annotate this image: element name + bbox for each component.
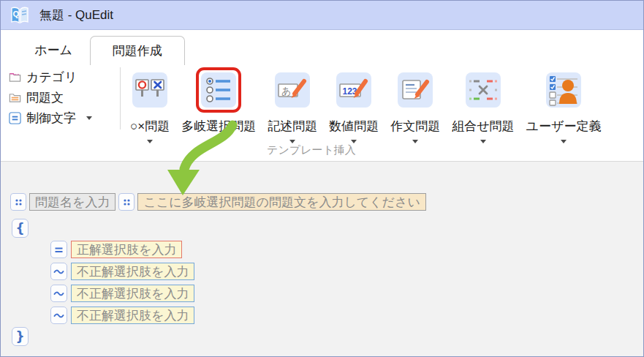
- essay-question-icon: [399, 74, 431, 106]
- correct-choice-row: 正解選択肢を入力: [50, 241, 182, 258]
- incorrect-operator-icon: [50, 285, 67, 302]
- grip-dots-icon: [123, 198, 131, 206]
- control-character-icon: [8, 111, 22, 125]
- open-brace-token: {: [12, 219, 29, 238]
- user-defined-question-icon: [548, 74, 580, 106]
- question-name-field[interactable]: 問題名を入力: [29, 193, 115, 211]
- incorrect-operator-icon: [50, 263, 67, 280]
- ribbon-button-label: 記述問題: [268, 118, 317, 135]
- numeric-question-icon: 123: [338, 74, 370, 106]
- window-title: 無題 - QuEdit: [39, 7, 113, 23]
- sidebar-item-label: カテゴリ: [26, 69, 77, 86]
- titlebar: Q 無題 - QuEdit: [1, 1, 643, 30]
- ribbon-button-label: ユーザー定義: [526, 118, 602, 135]
- incorrect-choice-row: 不正解選択肢を入力: [50, 285, 194, 302]
- drag-handle[interactable]: [118, 193, 135, 211]
- button-essay-question[interactable]: 作文問題: [390, 67, 440, 143]
- sidebar-item-label: 制御文字: [26, 110, 76, 127]
- ribbon-button-label: 数値問題: [329, 118, 379, 135]
- ribbon-button-label: 作文問題: [390, 118, 440, 135]
- button-user-defined-question[interactable]: ユーザー定義: [526, 67, 602, 143]
- matching-question-icon: [467, 74, 499, 106]
- correct-operator-icon: [50, 241, 67, 258]
- incorrect-choice-field[interactable]: 不正解選択肢を入力: [71, 263, 194, 280]
- ribbon-tab-bar: ホーム 問題作成: [1, 30, 643, 64]
- grip-dots-icon: [15, 198, 23, 206]
- button-matching-question[interactable]: 組合せ問題: [452, 67, 514, 143]
- incorrect-choice-field[interactable]: 不正解選択肢を入力: [71, 307, 194, 324]
- true-false-question-icon: [134, 74, 166, 106]
- logo-q-glyph: Q: [13, 10, 20, 18]
- ribbon-button-label: ○×問題: [130, 118, 170, 135]
- question-text-field[interactable]: ここに多岐選択問題の問題文を入力してください: [137, 193, 425, 211]
- ribbon-group-separator: [120, 67, 121, 129]
- tab-home[interactable]: ホーム: [17, 35, 90, 64]
- sidebar-item-control-characters[interactable]: 制御文字: [8, 110, 92, 126]
- chevron-down-icon[interactable]: [561, 140, 567, 143]
- written-question-icon: あ: [276, 74, 308, 106]
- template-insert-group: ○×問題: [130, 67, 601, 143]
- chevron-down-icon[interactable]: [86, 116, 92, 120]
- editor-canvas[interactable]: 問題名を入力 ここに多岐選択問題の問題文を入力してください { 正解選択肢を入力…: [1, 162, 643, 356]
- sidebar-item-question-text[interactable]: 問題文: [8, 89, 92, 105]
- ribbon: カテゴリ 問題文 制御文字: [1, 64, 643, 162]
- document-parts-group: カテゴリ 問題文 制御文字: [8, 69, 92, 126]
- quedit-window: Q 無題 - QuEdit ホーム 問題作成 カテゴリ: [0, 0, 644, 357]
- drag-handle[interactable]: [10, 193, 26, 211]
- button-numeric-question[interactable]: 123 数値問題: [329, 67, 379, 143]
- red-highlight-ring: [196, 67, 241, 113]
- button-multiple-choice-question[interactable]: 多岐選択問題: [181, 67, 256, 143]
- incorrect-choice-row: 不正解選択肢を入力: [50, 307, 194, 324]
- category-folder-icon: [8, 70, 22, 84]
- button-written-question[interactable]: あ 記述問題: [268, 67, 317, 143]
- ribbon-button-label: 組合せ問題: [452, 118, 514, 135]
- sidebar-item-category[interactable]: カテゴリ: [8, 69, 92, 85]
- close-brace-token: }: [12, 327, 29, 346]
- incorrect-choice-field[interactable]: 不正解選択肢を入力: [71, 285, 194, 302]
- quedit-logo-icon: Q: [10, 6, 30, 25]
- sidebar-item-label: 問題文: [26, 89, 64, 106]
- correct-choice-field[interactable]: 正解選択肢を入力: [71, 241, 182, 258]
- multiple-choice-question-icon: [202, 74, 235, 106]
- question-header-row: 問題名を入力 ここに多岐選択問題の問題文を入力してください: [10, 193, 426, 211]
- ribbon-group-label: テンプレート挿入: [132, 143, 490, 157]
- incorrect-operator-icon: [50, 307, 67, 324]
- button-true-false-question[interactable]: ○×問題: [130, 67, 170, 143]
- ribbon-button-label: 多岐選択問題: [181, 118, 256, 135]
- hiragana-a-glyph: あ: [281, 86, 291, 97]
- incorrect-choice-row: 不正解選択肢を入力: [50, 263, 194, 280]
- question-text-folder-icon: [8, 91, 22, 105]
- tab-question-create[interactable]: 問題作成: [90, 36, 185, 65]
